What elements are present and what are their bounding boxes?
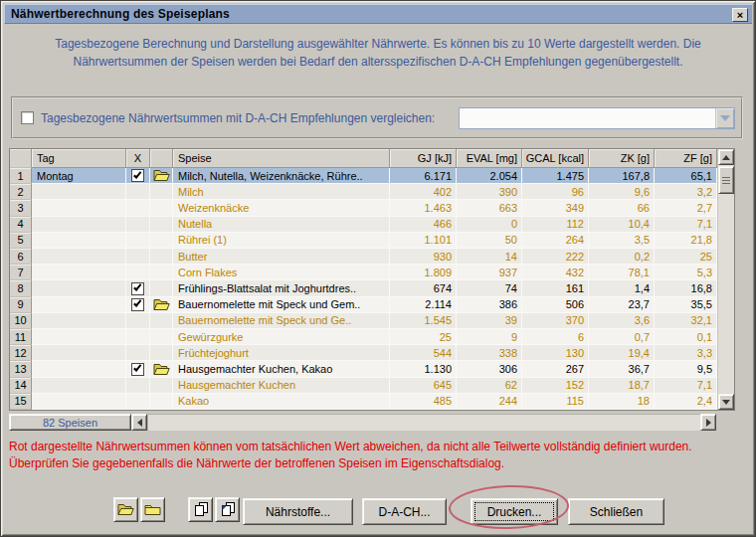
table-row[interactable]: 8Frühlings-Blattsalat mit Joghurtdres..6… (10, 280, 717, 296)
combobox-dropdown-button[interactable] (715, 108, 734, 128)
drucken-button[interactable]: Drucken... (471, 498, 558, 525)
value-cell: 306 (457, 361, 522, 377)
value-cell: 9 (457, 329, 522, 345)
value-cell: 16,8 (655, 280, 717, 296)
value-cell: 19,4 (589, 345, 655, 361)
table-row[interactable]: 4Nutella466011210,47,1 (10, 217, 717, 233)
closed-folder-button[interactable] (140, 497, 165, 522)
scroll-down-button[interactable] (718, 394, 734, 410)
value-cell: 1,4 (589, 280, 655, 296)
checkbox-cell (126, 394, 150, 410)
table-row[interactable]: 7Corn Flakes1.80993743278,15,3 (10, 265, 717, 280)
copy-special-button[interactable] (215, 497, 240, 522)
header-icon-col (150, 149, 173, 168)
table-row[interactable]: 2Milch402390969,63,2 (10, 184, 717, 200)
folder-cell (150, 168, 173, 184)
dach-reference-combobox[interactable] (459, 107, 735, 129)
speise-cell: Bauernomelette mit Speck und Ge.. (173, 313, 390, 329)
header-x: X (126, 149, 150, 168)
table-row[interactable]: 14Hausgemachter Kuchen6456215218,77,1 (10, 378, 717, 394)
value-cell: 267 (522, 361, 589, 377)
table-row[interactable]: 6Butter930142220,225 (10, 249, 717, 265)
table-row[interactable]: 5Rührei (1)1.101502643,521,8 (10, 233, 717, 249)
table-row[interactable]: 15Kakao485244115182,4 (10, 394, 717, 410)
value-cell: 390 (457, 184, 522, 200)
open-folder-icon (153, 298, 170, 311)
folder-cell (150, 249, 173, 265)
value-cell: 3,6 (589, 313, 655, 329)
speise-cell: Milch (173, 184, 390, 200)
table-row[interactable]: 11Gewürzgurke25960,70,1 (10, 329, 717, 345)
value-cell: 930 (390, 249, 457, 265)
vertical-scrollbar-thumb[interactable] (718, 166, 734, 194)
checkbox-cell (126, 184, 150, 200)
speise-cell: Butter (173, 249, 390, 265)
nutrition-table: Tag X Speise GJ [kJ] EVAL [mg] GCAL [kca… (9, 148, 735, 411)
value-cell: 161 (522, 280, 589, 296)
day-cell (32, 345, 126, 361)
table-row[interactable]: 10Bauernomelette mit Speck und Ge..1.545… (10, 313, 717, 329)
speisen-count-panel: 82 Speisen (9, 414, 131, 431)
row-number: 4 (10, 217, 32, 233)
checkbox-cell (126, 249, 150, 265)
value-cell: 937 (457, 265, 522, 280)
row-checkbox[interactable] (131, 282, 144, 295)
scroll-up-button[interactable] (718, 149, 734, 165)
row-checkbox[interactable] (131, 169, 144, 182)
row-checkbox[interactable] (131, 298, 144, 311)
table-row[interactable]: 9 Bauernomelette mit Speck und Gem..2.11… (10, 297, 717, 313)
check-icon (133, 170, 141, 179)
value-cell: 50 (457, 233, 522, 249)
table-header-row: Tag X Speise GJ [kJ] EVAL [mg] GCAL [kca… (10, 149, 717, 168)
schliessen-button[interactable]: Schließen (568, 498, 664, 525)
value-cell: 0,2 (589, 249, 655, 265)
row-number: 11 (10, 329, 32, 345)
speise-cell: Hausgemachter Kuchen, Kakao (173, 361, 390, 377)
scroll-right-button[interactable] (700, 414, 716, 431)
scroll-left-button[interactable] (131, 414, 147, 431)
row-number: 13 (10, 361, 32, 377)
vertical-scrollbar-track[interactable] (718, 194, 734, 394)
day-cell (32, 265, 126, 280)
checkbox-cell (126, 265, 150, 280)
close-button[interactable]: × (732, 8, 748, 22)
copy-button[interactable] (188, 497, 213, 522)
horizontal-scrollbar[interactable]: 82 Speisen (9, 414, 716, 431)
title-bar[interactable]: Nähwertberechnung des Speiseplans × (4, 4, 752, 24)
day-cell (32, 217, 126, 233)
table-row[interactable]: 3Weizenknäcke1.463663349662,7 (10, 200, 717, 216)
value-cell: 6.171 (390, 168, 457, 184)
row-number: 2 (10, 184, 32, 200)
intro-line: Tagesbezogene Berechnung und Darstellung… (29, 35, 727, 53)
value-cell: 6 (522, 329, 589, 345)
check-icon (133, 298, 141, 307)
speise-cell: Rührei (1) (173, 233, 390, 249)
table-row[interactable]: 13 Hausgemachter Kuchen, Kakao1.13030626… (10, 361, 717, 377)
row-checkbox[interactable] (131, 363, 144, 376)
value-cell: 370 (522, 313, 589, 329)
value-cell: 0 (457, 217, 522, 233)
folder-cell (150, 313, 173, 329)
naehrstoffe-button[interactable]: Nährstoffe... (243, 498, 353, 525)
compare-dach-checkbox[interactable] (21, 111, 34, 124)
speise-cell: Weizenknäcke (173, 200, 390, 216)
row-number: 14 (10, 378, 32, 394)
speise-cell: Frühlings-Blattsalat mit Joghurtdres.. (173, 280, 390, 296)
dialog-naehrwertberechnung: Nähwertberechnung des Speiseplans × Tage… (0, 0, 756, 537)
value-cell: 130 (522, 345, 589, 361)
header-speise: Speise (173, 149, 390, 168)
window-title: Nähwertberechnung des Speiseplans (5, 7, 230, 21)
vertical-scrollbar[interactable] (717, 149, 734, 410)
open-folder-icon (117, 503, 134, 516)
value-cell: 65,1 (655, 168, 717, 184)
value-cell: 1.545 (390, 313, 457, 329)
table-row[interactable]: 1Montag Milch, Nutella, Weizenknäcke, Rü… (10, 168, 717, 184)
value-cell: 3,2 (655, 184, 717, 200)
horizontal-scrollbar-track[interactable] (147, 414, 700, 431)
open-folder-button[interactable] (113, 497, 138, 522)
table-row[interactable]: 12Früchtejoghurt54433813019,43,3 (10, 345, 717, 361)
checkbox-cell (126, 378, 150, 394)
dach-button[interactable]: D-A-CH... (362, 498, 447, 525)
chevron-down-icon (720, 115, 730, 121)
value-cell: 66 (589, 200, 655, 216)
